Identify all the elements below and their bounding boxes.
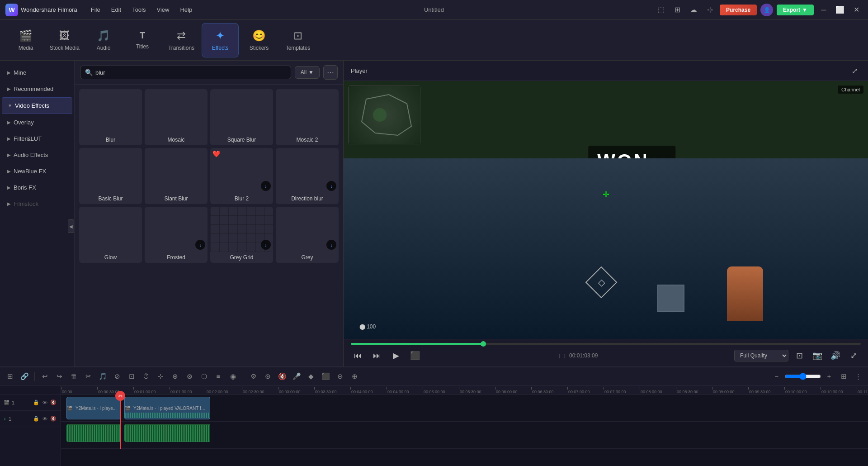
player-video[interactable]: Channel WON ENEMY TEAM ELIMINATED ⬤ 100 (344, 81, 868, 339)
add-media-button[interactable]: ⊞ (4, 370, 16, 383)
menu-help[interactable]: Help (175, 5, 197, 15)
delete-button[interactable]: 🗑 (67, 370, 80, 383)
redo-button[interactable]: ↪ (53, 370, 66, 383)
effect-card-frosted[interactable]: ↓Frosted (145, 207, 208, 263)
cloud-icon[interactable]: ☁ (687, 4, 700, 16)
video-clip-2[interactable]: 🎬 Y2Mate.is - I played VALORANT for 3... (124, 397, 210, 419)
skip-back-button[interactable]: ⏮ (351, 348, 365, 363)
audio-detach-button[interactable]: ✂ (82, 370, 94, 383)
playhead[interactable]: ✂ (120, 395, 121, 449)
undo-button[interactable]: ↩ (38, 370, 51, 383)
timeline-main[interactable]: 00:0000:00:30:0000:01:00:0000:01:30:0000… (61, 385, 868, 466)
download-icon[interactable]: ↓ (195, 240, 205, 250)
effect-card-square-blur[interactable]: Square Blur (210, 89, 273, 145)
avatar[interactable]: 👤 (760, 4, 773, 16)
audio-clip-2[interactable] (124, 424, 210, 442)
zoom-slider[interactable] (785, 373, 821, 380)
toolbar-item-media[interactable]: 🎬 Media (7, 23, 44, 57)
zoom-out-button[interactable]: − (770, 370, 783, 383)
keyframe-button[interactable]: ◆ (305, 370, 317, 383)
purchase-button[interactable]: Purchase (720, 5, 757, 15)
sidebar-item-overlay[interactable]: ▶ Overlay (2, 114, 72, 130)
close-button[interactable]: ✕ (850, 4, 863, 16)
more-options-button[interactable]: ⋯ (323, 65, 338, 80)
lock-track-button[interactable]: 🔒 (33, 399, 40, 406)
toolbar-item-stickers[interactable]: 😊 Stickers (241, 23, 278, 57)
sidebar-collapse-button[interactable]: ◀ (68, 219, 74, 233)
toolbar-item-stock-media[interactable]: 🖼 Stock Media (46, 23, 83, 57)
subtract-button[interactable]: ⊖ (334, 370, 346, 383)
display-settings-icon[interactable]: ⊡ (792, 348, 807, 363)
transform-button[interactable]: ⊹ (154, 370, 167, 383)
more-timeline-button[interactable]: ⋮ (852, 370, 864, 383)
chroma-key-button[interactable]: ⊗ (183, 370, 196, 383)
stop-button[interactable]: ⬛ (408, 348, 422, 363)
download-icon[interactable]: ↓ (261, 240, 271, 250)
menu-file[interactable]: File (86, 5, 105, 15)
effect-card-mosaic2[interactable]: Mosaic 2 (276, 89, 339, 145)
download-icon[interactable]: ↓ (326, 240, 336, 250)
search-input[interactable] (95, 69, 286, 76)
export-button[interactable]: Export ▼ (777, 5, 814, 15)
sidebar-item-recommended[interactable]: ▶ Recommended (2, 81, 72, 97)
hide-audio-button[interactable]: 👁 (41, 415, 48, 423)
link-button[interactable]: 🔗 (18, 370, 31, 383)
grid-icon[interactable]: ⊞ (671, 4, 684, 16)
equalizer-button[interactable]: ≡ (212, 370, 225, 383)
share-icon[interactable]: ⊹ (703, 4, 716, 16)
volume-icon[interactable]: 🔊 (828, 348, 843, 363)
toolbar-item-templates[interactable]: ⊡ Templates (279, 23, 316, 57)
effect-card-direction-blur[interactable]: ↓Direction blur (276, 148, 339, 204)
effect-card-glow[interactable]: Glow (79, 207, 142, 263)
effect-card-grey-grid[interactable]: ↓Grey Grid (210, 207, 273, 263)
fullscreen-icon[interactable]: ⤢ (846, 348, 861, 363)
effect-card-basic-blur[interactable]: Basic Blur (79, 148, 142, 204)
crop-button[interactable]: ⊡ (125, 370, 138, 383)
download-icon[interactable]: ↓ (326, 181, 336, 191)
menu-view[interactable]: View (152, 5, 174, 15)
step-back-button[interactable]: ⏭ (370, 348, 384, 363)
mute-track-button[interactable]: 🔇 (50, 399, 57, 406)
menu-tools[interactable]: Tools (127, 5, 150, 15)
audio-mix-button[interactable]: 🎵 (96, 370, 109, 383)
filter-dropdown[interactable]: All ▼ (295, 66, 320, 79)
player-expand-icon[interactable]: ⤢ (848, 64, 861, 77)
monitor-icon[interactable]: ⬚ (655, 4, 667, 16)
split-screen-button[interactable]: ⬛ (319, 370, 332, 383)
play-button[interactable]: ▶ (389, 348, 403, 363)
settings-button[interactable]: ⚙ (247, 370, 259, 383)
minimize-button[interactable]: ─ (817, 4, 830, 16)
color-match-button[interactable]: ◉ (226, 370, 239, 383)
zoom-in-button[interactable]: + (823, 370, 835, 383)
audio-clip-1[interactable] (66, 424, 121, 442)
download-icon[interactable]: ↓ (261, 181, 271, 191)
speed-button[interactable]: ⏱ (140, 370, 152, 383)
mute-button[interactable]: 🔇 (276, 370, 288, 383)
mute-audio-button[interactable]: 🔇 (50, 415, 57, 423)
grid-view-button[interactable]: ⊞ (837, 370, 850, 383)
quality-select[interactable]: Full Quality Half Quality Quarter Qualit… (734, 350, 788, 361)
toolbar-item-transitions[interactable]: ⇄ Transitions (163, 23, 200, 57)
hide-track-button[interactable]: 👁 (41, 399, 48, 406)
sidebar-item-newblue-fx[interactable]: ▶ NewBlue FX (2, 163, 72, 179)
lock-audio-button[interactable]: 🔒 (33, 415, 40, 423)
add-marker-button[interactable]: ⊕ (348, 370, 361, 383)
voice-over-button[interactable]: 🎤 (290, 370, 303, 383)
maximize-button[interactable]: ⬜ (834, 4, 846, 16)
toolbar-item-effects[interactable]: ✦ Effects (202, 23, 239, 57)
ripple-cut-button[interactable]: ⊘ (111, 370, 123, 383)
effect-card-slant-blur[interactable]: Slant Blur (145, 148, 208, 204)
effect-card-mosaic[interactable]: Mosaic (145, 89, 208, 145)
effect-card-blur[interactable]: Blur (79, 89, 142, 145)
toolbar-item-audio[interactable]: 🎵 Audio (85, 23, 122, 57)
sidebar-item-audio-effects[interactable]: ▶ Audio Effects (2, 147, 72, 163)
menu-edit[interactable]: Edit (107, 5, 126, 15)
toolbar-item-titles[interactable]: T Titles (124, 23, 161, 57)
screenshot-icon[interactable]: 📷 (810, 348, 825, 363)
sidebar-item-video-effects[interactable]: ▼ Video Effects (2, 97, 72, 114)
split-audio-button[interactable]: ⊛ (261, 370, 274, 383)
effect-card-grey[interactable]: ↓Grey (276, 207, 339, 263)
sidebar-item-mine[interactable]: ▶ Mine (2, 65, 72, 81)
effect-card-blur2[interactable]: ❤️↓Blur 2 (210, 148, 273, 204)
progress-bar[interactable] (351, 343, 861, 345)
